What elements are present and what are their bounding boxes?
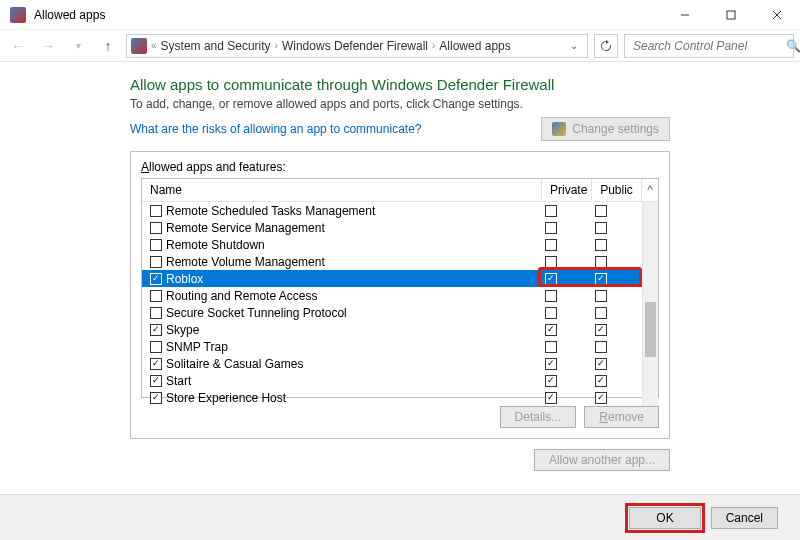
window-controls [662,0,800,30]
public-checkbox[interactable] [595,324,607,336]
cancel-button[interactable]: Cancel [711,507,778,529]
enable-checkbox[interactable] [150,273,162,285]
table-row[interactable]: Remote Scheduled Tasks Management [142,202,642,219]
private-checkbox[interactable] [545,392,557,404]
table-row[interactable]: Remote Service Management [142,219,642,236]
private-checkbox[interactable] [545,256,557,268]
public-checkbox[interactable] [595,205,607,217]
enable-checkbox[interactable] [150,222,162,234]
scrollbar[interactable] [642,202,658,406]
page-subtext: To add, change, or remove allowed apps a… [130,97,670,111]
table-row[interactable]: Remote Volume Management [142,253,642,270]
enable-checkbox[interactable] [150,392,162,404]
public-checkbox[interactable] [595,256,607,268]
maximize-button[interactable] [708,0,754,30]
table-row[interactable]: Skype [142,321,642,338]
public-checkbox[interactable] [595,239,607,251]
enable-checkbox[interactable] [150,341,162,353]
enable-checkbox[interactable] [150,239,162,251]
table-row[interactable]: Remote Shutdown [142,236,642,253]
up-button[interactable]: ↑ [96,34,120,58]
allow-another-app-button[interactable]: Allow another app... [534,449,670,471]
breadcrumb[interactable]: « System and Security › Windows Defender… [126,34,588,58]
details-button[interactable]: Details... [500,406,577,428]
app-name: Routing and Remote Access [166,289,317,303]
column-public[interactable]: Public [592,179,642,202]
breadcrumb-segment[interactable]: Windows Defender Firewall [282,39,428,53]
chevron-left-icon: « [151,40,157,51]
enable-checkbox[interactable] [150,307,162,319]
private-checkbox[interactable] [545,358,557,370]
table-row[interactable]: Routing and Remote Access [142,287,642,304]
app-name: Remote Service Management [166,221,325,235]
refresh-button[interactable] [594,34,618,58]
public-checkbox[interactable] [595,392,607,404]
app-name: Remote Shutdown [166,238,265,252]
public-checkbox[interactable] [595,273,607,285]
public-checkbox[interactable] [595,358,607,370]
private-checkbox[interactable] [545,290,557,302]
enable-checkbox[interactable] [150,324,162,336]
search-input[interactable] [631,38,786,54]
enable-checkbox[interactable] [150,375,162,387]
table-row[interactable]: Roblox [142,270,642,287]
table-header: Name Private Public ^ [142,179,658,202]
private-checkbox[interactable] [545,205,557,217]
table-row[interactable]: Solitaire & Casual Games [142,355,642,372]
public-checkbox[interactable] [595,341,607,353]
enable-checkbox[interactable] [150,256,162,268]
column-name[interactable]: Name [142,179,542,202]
back-button[interactable]: ← [6,34,30,58]
change-settings-label: Change settings [572,122,659,136]
minimize-button[interactable] [662,0,708,30]
scroll-up-icon[interactable]: ^ [642,179,658,202]
public-checkbox[interactable] [595,375,607,387]
private-checkbox[interactable] [545,324,557,336]
table-row[interactable]: Store Experience Host [142,389,642,406]
page-heading: Allow apps to communicate through Window… [130,76,670,93]
private-checkbox[interactable] [545,375,557,387]
app-name: Skype [166,323,199,337]
column-private[interactable]: Private [542,179,592,202]
app-name: Start [166,374,191,388]
address-bar: ← → ▾ ↑ « System and Security › Windows … [0,30,800,62]
breadcrumb-dropdown-icon[interactable]: ⌄ [565,40,583,51]
enable-checkbox[interactable] [150,290,162,302]
public-checkbox[interactable] [595,222,607,234]
app-name: SNMP Trap [166,340,228,354]
recent-dropdown-icon[interactable]: ▾ [66,34,90,58]
svg-rect-1 [727,11,735,19]
search-box[interactable]: 🔍 [624,34,794,58]
table-row[interactable]: Start [142,372,642,389]
scroll-thumb[interactable] [645,302,656,357]
app-name: Secure Socket Tunneling Protocol [166,306,347,320]
table-row[interactable]: SNMP Trap [142,338,642,355]
remove-button[interactable]: Remove [584,406,659,428]
ok-button[interactable]: OK [629,507,700,529]
breadcrumb-segment[interactable]: Allowed apps [439,39,510,53]
public-checkbox[interactable] [595,290,607,302]
app-name: Remote Volume Management [166,255,325,269]
private-checkbox[interactable] [545,239,557,251]
app-name: Store Experience Host [166,391,286,405]
public-checkbox[interactable] [595,307,607,319]
forward-button[interactable]: → [36,34,60,58]
app-name: Remote Scheduled Tasks Management [166,204,375,218]
change-settings-button[interactable]: Change settings [541,117,670,141]
breadcrumb-segment[interactable]: System and Security [161,39,271,53]
risks-link[interactable]: What are the risks of allowing an app to… [130,122,421,136]
private-checkbox[interactable] [545,307,557,319]
dialog-footer: OK Cancel [0,494,800,540]
close-button[interactable] [754,0,800,30]
table-row[interactable]: Secure Socket Tunneling Protocol [142,304,642,321]
private-checkbox[interactable] [545,273,557,285]
private-checkbox[interactable] [545,222,557,234]
enable-checkbox[interactable] [150,205,162,217]
breadcrumb-icon [131,38,147,54]
enable-checkbox[interactable] [150,358,162,370]
chevron-right-icon: › [275,40,278,51]
chevron-right-icon: › [432,40,435,51]
private-checkbox[interactable] [545,341,557,353]
table-body: Remote Scheduled Tasks ManagementRemote … [142,202,642,406]
firewall-icon [10,7,26,23]
